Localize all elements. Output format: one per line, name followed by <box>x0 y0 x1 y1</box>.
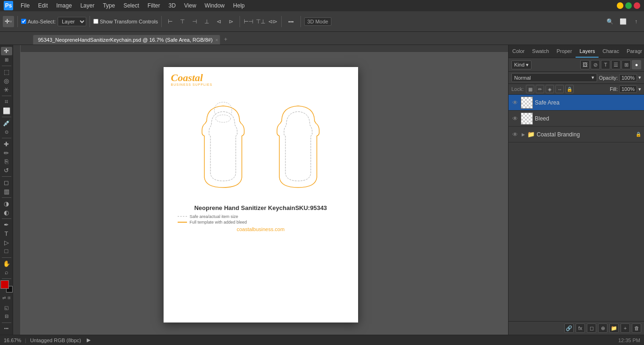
align-top-button[interactable]: ⊲ <box>214 16 224 27</box>
fill-arrow[interactable]: ▾ <box>638 86 641 92</box>
blur-tool[interactable]: ◑ <box>1 200 12 208</box>
align-center-h-button[interactable]: ⊤ <box>177 16 187 27</box>
delete-layer-button[interactable]: 🗑 <box>632 323 641 333</box>
move-tool-active[interactable]: ✛ ▾ <box>3 16 14 27</box>
align-center-v-button[interactable]: ⊳ <box>226 16 236 27</box>
lock-image-button[interactable]: ✏ <box>536 85 544 93</box>
menu-filter[interactable]: Filter <box>144 1 164 10</box>
artboard-tool[interactable]: ⊞ <box>1 56 12 64</box>
menu-3d[interactable]: 3D <box>165 1 179 10</box>
lasso-tool[interactable]: ◎ <box>1 77 12 85</box>
blend-mode-dropdown[interactable]: Normal ▾ <box>511 73 597 82</box>
foreground-color[interactable] <box>0 280 9 289</box>
tab-paragr[interactable]: Paragr <box>623 45 644 58</box>
layer-bleed[interactable]: 👁 Bleed <box>509 111 644 127</box>
minimize-button[interactable]: − <box>617 2 623 9</box>
new-tab-button[interactable]: + <box>222 34 229 45</box>
layer-visibility-bleed[interactable]: 👁 <box>511 115 519 122</box>
quick-mask-button[interactable]: ◱ <box>1 303 12 312</box>
opacity-value[interactable]: 100% <box>619 74 637 82</box>
layer-visibility-coastal-branding[interactable]: 👁 <box>511 131 519 138</box>
menu-help[interactable]: Help <box>229 1 248 10</box>
swap-colors-button[interactable]: ⇄ <box>2 295 6 300</box>
lock-transparent-button[interactable]: ▦ <box>526 85 534 93</box>
filter-shape-button[interactable]: ☰ <box>611 60 621 69</box>
group-expand-icon[interactable]: ▶ <box>521 132 525 137</box>
clone-stamp-tool[interactable]: ⎘ <box>1 158 12 166</box>
layer-visibility-safe-area[interactable]: 👁 <box>511 99 519 106</box>
filter-pixel-button[interactable]: 🖼 <box>580 60 590 69</box>
lock-artboard-button[interactable]: ◈ <box>546 85 554 93</box>
tab-layers[interactable]: Layers <box>576 45 599 58</box>
layer-coastal-branding[interactable]: 👁 ▶ 📁 Coastal Branding 🔒 <box>509 127 644 142</box>
layer-dropdown[interactable]: Layer Group <box>58 17 86 26</box>
frame-tool[interactable]: ⬜ <box>1 106 12 115</box>
add-adjustment-button[interactable]: ⊕ <box>598 323 607 333</box>
rectangle-marquee-tool[interactable]: ⬚ <box>1 68 12 76</box>
menu-layer[interactable]: Layer <box>76 1 98 10</box>
3d-mode-button[interactable]: 3D Mode <box>304 17 332 26</box>
layer-safe-area[interactable]: 👁 Safe Area <box>509 95 644 111</box>
tab-color[interactable]: Color <box>509 45 528 58</box>
add-mask-button[interactable]: ◻ <box>587 323 596 333</box>
filter-smartobject-button[interactable]: ⊞ <box>622 60 631 69</box>
transform-input[interactable] <box>93 19 98 24</box>
menu-file[interactable]: File <box>17 1 33 10</box>
distribute-button-3[interactable]: ⊲⊳ <box>268 16 278 27</box>
spot-healing-tool[interactable]: ✚ <box>1 140 12 149</box>
menu-edit[interactable]: Edit <box>34 1 52 10</box>
maximize-button[interactable]: □ <box>625 2 632 9</box>
hand-tool[interactable]: ✋ <box>1 259 12 268</box>
screen-mode-button[interactable]: ⬜ <box>618 16 628 27</box>
eraser-tool[interactable]: ◻ <box>1 179 12 187</box>
more-options-button[interactable]: ••• <box>285 17 297 26</box>
tab-charac[interactable]: Charac <box>599 45 622 58</box>
lock-position-button[interactable]: ↔ <box>555 85 564 93</box>
reset-colors-button[interactable]: ⊞ <box>7 296 11 300</box>
3d-material-eyedropper[interactable]: ⊙ <box>1 128 12 136</box>
menu-select[interactable]: Select <box>120 1 142 10</box>
crop-tool[interactable]: ⌗ <box>1 98 12 106</box>
quick-selection-tool[interactable]: ⚹ <box>1 85 12 94</box>
align-right-button[interactable]: ⊣ <box>189 16 200 27</box>
opacity-arrow[interactable]: ▾ <box>638 75 641 81</box>
close-button[interactable]: × <box>634 2 640 9</box>
filter-kind-dropdown[interactable]: Kind ▾ <box>511 60 532 69</box>
link-layers-button[interactable]: 🔗 <box>564 323 574 333</box>
add-style-button[interactable]: fx <box>576 323 585 333</box>
share-button[interactable]: ↑ <box>631 16 641 27</box>
filter-adjustment-button[interactable]: ⊘ <box>591 60 600 69</box>
history-brush-tool[interactable]: ↺ <box>1 166 12 175</box>
search-button[interactable]: 🔍 <box>605 16 615 27</box>
more-tools-button[interactable]: ••• <box>1 324 12 333</box>
pen-tool[interactable]: ✒ <box>1 221 12 229</box>
filter-toggle-button[interactable]: ● <box>632 60 641 69</box>
menu-window[interactable]: Window <box>201 1 229 10</box>
type-tool[interactable]: T <box>1 230 12 238</box>
screen-mode-tool[interactable]: ⊟ <box>1 312 12 321</box>
filter-type-button[interactable]: T <box>601 60 610 69</box>
brush-tool[interactable]: ✏ <box>1 149 12 157</box>
eyedropper-tool[interactable]: 💉 <box>1 119 12 128</box>
distribute-button-1[interactable]: ⊢⊣ <box>243 16 254 27</box>
zoom-tool[interactable]: ⌕ <box>1 268 12 277</box>
menu-view[interactable]: View <box>180 1 200 10</box>
align-bottom-button[interactable]: ⊥ <box>202 16 212 27</box>
expand-status-button[interactable]: ▶ <box>87 337 90 343</box>
shape-tool[interactable]: □ <box>1 247 12 255</box>
menu-type[interactable]: Type <box>99 1 119 10</box>
auto-select-checkbox[interactable]: Auto-Select: <box>21 19 56 24</box>
align-left-button[interactable]: ⊢ <box>165 16 175 27</box>
gradient-tool[interactable]: ▥ <box>1 188 12 196</box>
distribute-button-2[interactable]: ⊤⊥ <box>255 16 266 27</box>
auto-select-input[interactable] <box>21 19 26 24</box>
transform-controls-checkbox[interactable]: Show Transform Controls <box>93 19 158 24</box>
add-group-button[interactable]: 📁 <box>609 323 619 333</box>
dodge-tool[interactable]: ◐ <box>1 209 12 217</box>
document-tab[interactable]: 95343_NeopreneHandSanitizerKeychain.psd … <box>33 35 220 45</box>
add-layer-button[interactable]: + <box>621 323 630 333</box>
move-tool[interactable]: ✛ <box>1 47 12 55</box>
tab-proper[interactable]: Proper <box>553 45 576 58</box>
tab-swatch[interactable]: Swatch <box>528 45 553 58</box>
path-selection-tool[interactable]: ▷ <box>1 238 12 247</box>
